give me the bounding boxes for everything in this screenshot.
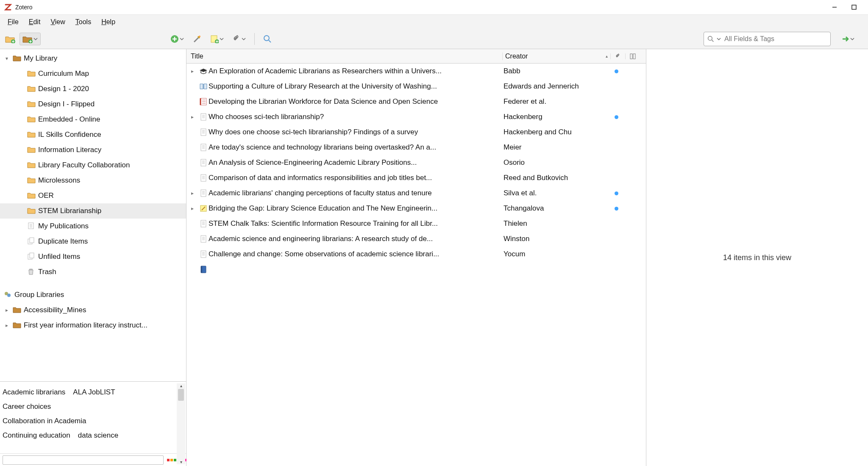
menu-edit[interactable]: Edit xyxy=(24,17,46,28)
tag[interactable]: Career choices xyxy=(3,402,51,411)
scroll-down-icon[interactable]: ▾ xyxy=(180,460,182,464)
item-type-icon xyxy=(198,189,209,197)
twisty-closed[interactable]: ▸ xyxy=(3,322,10,328)
collection-label: Design 1 - 2020 xyxy=(38,85,89,93)
maximize-button[interactable] xyxy=(844,0,864,14)
tag[interactable]: Academic librarians xyxy=(3,388,65,396)
item-creator: Federer et al. xyxy=(501,97,609,106)
search-icon xyxy=(707,36,714,42)
expand-twisty[interactable]: ▸ xyxy=(186,190,198,196)
collection-row[interactable]: Library Faculty Collaboration xyxy=(0,158,186,173)
minimize-button[interactable] xyxy=(825,0,844,14)
items-header[interactable]: Title Creator ▴ xyxy=(186,49,646,64)
item-creator: Edwards and Jennerich xyxy=(501,82,609,91)
item-row[interactable]: STEM Chalk Talks: Scientific Information… xyxy=(186,216,646,231)
item-row[interactable]: ▸Bridging the Gap: Library Science Educa… xyxy=(186,201,646,216)
twisty-open[interactable]: ▾ xyxy=(3,55,10,61)
trash-row[interactable]: Trash xyxy=(0,264,186,280)
toolbar-divider xyxy=(254,33,255,45)
menu-file[interactable]: File xyxy=(3,17,24,28)
new-collection-button[interactable] xyxy=(3,33,18,45)
group-library-icon xyxy=(13,306,21,314)
expand-twisty[interactable]: ▸ xyxy=(186,114,198,120)
menu-help[interactable]: Help xyxy=(96,17,120,28)
column-creator[interactable]: Creator ▴ xyxy=(502,53,610,60)
group-row[interactable]: ▸First year information literacy instruc… xyxy=(0,318,186,333)
details-status: 14 items in this view xyxy=(723,253,791,262)
tag-scrollbar[interactable]: ▴ ▾ xyxy=(177,383,185,464)
item-row[interactable]: Are today's science and technology libra… xyxy=(186,140,646,155)
item-row[interactable]: Comparison of data and informatics respo… xyxy=(186,170,646,186)
collections-tree[interactable]: ▾ My Library Curriculum MapDesign 1 - 20… xyxy=(0,49,186,381)
collection-row[interactable]: STEM Librarianship xyxy=(0,203,186,219)
duplicate-icon xyxy=(27,237,36,246)
item-creator: Winston xyxy=(501,235,609,243)
collection-row[interactable]: Embedded - Online xyxy=(0,112,186,127)
collection-label: STEM Librarianship xyxy=(38,207,101,215)
advanced-search-button[interactable] xyxy=(261,33,274,45)
expand-twisty[interactable]: ▸ xyxy=(186,68,198,74)
item-row[interactable]: An Analysis of Science-Engineering Acade… xyxy=(186,155,646,170)
tag[interactable]: ALA JobLIST xyxy=(73,388,115,396)
collection-label: Microlessons xyxy=(38,176,80,185)
collection-row[interactable]: Microlessons xyxy=(0,173,186,188)
search-box[interactable] xyxy=(704,32,831,46)
menu-view[interactable]: View xyxy=(45,17,70,28)
item-row[interactable]: Why does one choose sci-tech librariansh… xyxy=(186,125,646,140)
new-item-button[interactable] xyxy=(168,33,186,45)
collection-row[interactable]: Design I - Flipped xyxy=(0,97,186,112)
svg-rect-43 xyxy=(201,159,206,166)
collection-row[interactable]: IL Skills Confidence xyxy=(0,127,186,142)
duplicate-items-row[interactable]: Duplicate Items xyxy=(0,234,186,249)
expand-twisty[interactable]: ▸ xyxy=(186,205,198,211)
item-row[interactable]: Developing the Librarian Workforce for D… xyxy=(186,94,646,109)
twisty-closed[interactable]: ▸ xyxy=(3,307,10,313)
group-libraries-row[interactable]: Group Libraries xyxy=(0,287,186,302)
svg-rect-51 xyxy=(201,190,206,197)
scroll-thumb[interactable] xyxy=(178,389,184,401)
item-row[interactable]: Supporting a Culture of Library Research… xyxy=(186,79,646,94)
column-picker[interactable] xyxy=(625,53,640,59)
search-input[interactable] xyxy=(723,35,827,43)
item-row[interactable]: Academic science and engineering librari… xyxy=(186,231,646,247)
tag-filter-input[interactable] xyxy=(3,455,164,465)
collection-row[interactable]: Information Literacy xyxy=(0,142,186,158)
item-row[interactable]: ▸Who chooses sci-tech librarianship?Hack… xyxy=(186,109,646,125)
item-row[interactable] xyxy=(186,262,646,277)
folder-icon xyxy=(27,146,36,154)
column-attachment[interactable] xyxy=(610,53,625,59)
folder-icon xyxy=(27,115,36,124)
unfiled-items-row[interactable]: Unfiled Items xyxy=(0,249,186,264)
svg-point-10 xyxy=(708,36,712,40)
my-library-row[interactable]: ▾ My Library xyxy=(0,51,186,66)
item-type-icon xyxy=(198,265,209,274)
tag[interactable]: data science xyxy=(78,431,118,439)
search-mode-dropdown[interactable] xyxy=(717,37,721,41)
item-row[interactable]: ▸An Exploration of Academic Librarians a… xyxy=(186,64,646,79)
group-row[interactable]: ▸Accessibility_Mines xyxy=(0,302,186,318)
svg-rect-60 xyxy=(201,236,206,242)
collection-row[interactable]: Design 1 - 2020 xyxy=(0,81,186,97)
collection-label: OER xyxy=(38,191,54,200)
item-type-icon xyxy=(198,128,209,136)
item-type-icon xyxy=(198,144,209,151)
locate-button[interactable] xyxy=(839,33,857,44)
item-row[interactable]: Challenge and change: Some observations … xyxy=(186,247,646,262)
scroll-up-icon[interactable]: ▴ xyxy=(180,383,182,388)
folder-icon xyxy=(27,176,36,185)
column-title[interactable]: Title xyxy=(186,53,502,60)
menu-tools[interactable]: Tools xyxy=(70,17,96,28)
new-note-button[interactable] xyxy=(208,33,226,45)
tag-list[interactable]: Academic librariansALA JobLISTCareer cho… xyxy=(0,382,186,453)
add-attachment-button[interactable] xyxy=(230,33,248,45)
collection-row[interactable]: OER xyxy=(0,188,186,203)
collection-label: Information Literacy xyxy=(38,146,101,154)
item-row[interactable]: ▸Academic librarians' changing perceptio… xyxy=(186,186,646,201)
collection-row[interactable]: Curriculum Map xyxy=(0,66,186,81)
new-library-button[interactable] xyxy=(19,33,41,45)
items-list[interactable]: ▸An Exploration of Academic Librarians a… xyxy=(186,64,646,466)
tag[interactable]: Collaboration in Academia xyxy=(3,417,86,425)
add-by-identifier-button[interactable] xyxy=(190,33,204,45)
my-publications-row[interactable]: My Publications xyxy=(0,219,186,234)
tag[interactable]: Continuing education xyxy=(3,431,70,439)
